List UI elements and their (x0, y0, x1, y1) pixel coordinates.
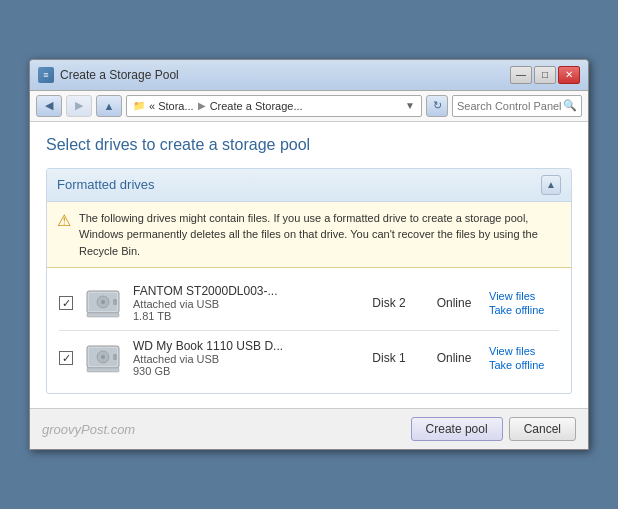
warning-box: ⚠ The following drives might contain fil… (47, 202, 571, 269)
drive-1-view-files[interactable]: View files (489, 290, 559, 302)
drive-1-checkbox[interactable] (59, 296, 73, 310)
maximize-button[interactable]: □ (534, 66, 556, 84)
forward-button[interactable]: ▶ (66, 95, 92, 117)
warning-icon: ⚠ (57, 211, 71, 230)
content-area: Select drives to create a storage pool F… (30, 122, 588, 409)
path-part2: Create a Storage... (210, 100, 303, 112)
drive-list: FANTOM ST2000DL003-... Attached via USB … (47, 268, 571, 393)
refresh-button[interactable]: ↻ (426, 95, 448, 117)
drive-1-connection: Attached via USB (133, 298, 349, 310)
drive-2-size: 930 GB (133, 365, 349, 377)
cancel-button[interactable]: Cancel (509, 417, 576, 441)
section-title: Formatted drives (57, 177, 155, 192)
drive-2-disk: Disk 1 (359, 351, 419, 365)
svg-rect-11 (87, 368, 119, 372)
address-bar: ◀ ▶ ▲ 📁 « Stora... ▶ Create a Storage...… (30, 91, 588, 122)
drive-item: FANTOM ST2000DL003-... Attached via USB … (47, 276, 571, 330)
svg-rect-10 (113, 354, 117, 360)
main-window: ≡ Create a Storage Pool — □ ✕ ◀ ▶ ▲ 📁 « … (29, 59, 589, 451)
back-button[interactable]: ◀ (36, 95, 62, 117)
path-separator: ▶ (198, 100, 206, 111)
up-button[interactable]: ▲ (96, 95, 122, 117)
drive-2-connection: Attached via USB (133, 353, 349, 365)
drive-2-checkbox[interactable] (59, 351, 73, 365)
title-bar-left: ≡ Create a Storage Pool (38, 67, 179, 83)
drive-1-status: Online (429, 296, 479, 310)
close-button[interactable]: ✕ (558, 66, 580, 84)
drive-1-size: 1.81 TB (133, 310, 349, 322)
drive-1-disk: Disk 2 (359, 296, 419, 310)
drive-1-take-offline[interactable]: Take offline (489, 304, 559, 316)
drive-1-actions: View files Take offline (489, 290, 559, 316)
collapse-button[interactable]: ▲ (541, 175, 561, 195)
drive-2-actions: View files Take offline (489, 345, 559, 371)
title-controls: — □ ✕ (510, 66, 580, 84)
search-input[interactable] (457, 100, 563, 112)
drive-2-icon (83, 340, 123, 376)
path-part1: « Stora... (149, 100, 194, 112)
drive-2-info: WD My Book 1110 USB D... Attached via US… (133, 339, 349, 377)
footer-buttons: Create pool Cancel (411, 417, 576, 441)
title-bar: ≡ Create a Storage Pool — □ ✕ (30, 60, 588, 91)
drive-2-status: Online (429, 351, 479, 365)
drive-1-info: FANTOM ST2000DL003-... Attached via USB … (133, 284, 349, 322)
search-box: 🔍 (452, 95, 582, 117)
window-title: Create a Storage Pool (60, 68, 179, 82)
search-icon[interactable]: 🔍 (563, 99, 577, 112)
drive-1-icon (83, 285, 123, 321)
drive-item: WD My Book 1110 USB D... Attached via US… (47, 331, 571, 385)
svg-rect-5 (87, 313, 119, 317)
drive-1-name: FANTOM ST2000DL003-... (133, 284, 349, 298)
footer: groovyPost.com Create pool Cancel (30, 408, 588, 449)
minimize-button[interactable]: — (510, 66, 532, 84)
drive-2-view-files[interactable]: View files (489, 345, 559, 357)
svg-point-3 (101, 300, 105, 304)
section-header: Formatted drives ▲ (47, 169, 571, 202)
address-path[interactable]: 📁 « Stora... ▶ Create a Storage... ▼ (126, 95, 422, 117)
window-icon: ≡ (38, 67, 54, 83)
create-pool-button[interactable]: Create pool (411, 417, 503, 441)
watermark: groovyPost.com (42, 422, 135, 437)
formatted-drives-section: Formatted drives ▲ ⚠ The following drive… (46, 168, 572, 395)
path-folder-icon: 📁 (133, 100, 145, 111)
svg-point-9 (101, 355, 105, 359)
path-dropdown-button[interactable]: ▼ (405, 100, 415, 111)
svg-rect-4 (113, 299, 117, 305)
drive-2-take-offline[interactable]: Take offline (489, 359, 559, 371)
drive-2-name: WD My Book 1110 USB D... (133, 339, 349, 353)
warning-text: The following drives might contain files… (79, 210, 561, 260)
page-title: Select drives to create a storage pool (46, 136, 572, 154)
